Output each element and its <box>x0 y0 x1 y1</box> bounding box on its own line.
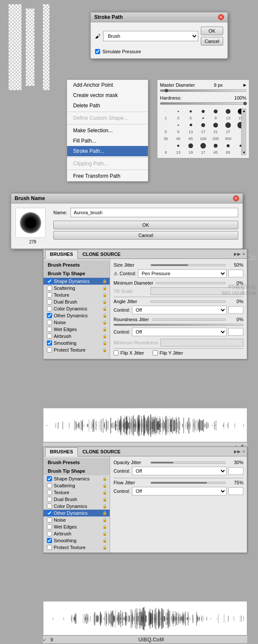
roundness-jitter-slider[interactable] <box>152 319 226 321</box>
brush-presets-header-2[interactable]: Brush Presets <box>43 458 110 467</box>
name-input[interactable] <box>71 208 238 217</box>
airbrush-item[interactable]: Airbrush 🔒 <box>43 333 110 340</box>
dual-brush-cb[interactable] <box>47 299 52 304</box>
menu-create-vector[interactable]: Create vector mask <box>67 90 148 100</box>
shape-dynamics-cb[interactable] <box>47 279 52 284</box>
dot-b1[interactable] <box>172 143 184 149</box>
bottom-icon-4[interactable]: 🗑 <box>50 637 54 642</box>
other-dynamics-item-2[interactable]: Other Dynamics 🔒 <box>43 510 110 516</box>
other-dynamics-cb[interactable] <box>47 313 52 318</box>
protect-texture-item-2[interactable]: Protect Texture 🔒 <box>43 544 110 551</box>
smoothing-cb-2[interactable] <box>47 538 52 543</box>
color-dynamics-cb[interactable] <box>47 306 52 311</box>
texture-item[interactable]: Texture 🔒 <box>43 292 110 298</box>
panel-menu-icon[interactable]: ≡ <box>243 252 245 256</box>
dot-r3[interactable] <box>185 122 197 128</box>
dot-r4[interactable] <box>197 122 209 128</box>
color-dynamics-cb-2[interactable] <box>47 504 52 509</box>
dot-b4[interactable] <box>210 143 221 149</box>
other-dynamics-cb-2[interactable] <box>47 510 52 516</box>
menu-add-anchor[interactable]: Add Anchor Point <box>67 80 148 90</box>
brush-name-close-button[interactable]: ✕ <box>233 195 239 201</box>
protect-texture-cb[interactable] <box>47 347 52 352</box>
panel-menu-icon-2[interactable]: ≡ <box>243 449 245 454</box>
smoothing-cb[interactable] <box>47 340 52 346</box>
dot-r2[interactable] <box>172 122 184 128</box>
brush-presets-header-1[interactable]: Brush Presets <box>43 261 110 269</box>
texture-cb[interactable] <box>47 292 52 298</box>
dot-r6[interactable] <box>222 122 234 128</box>
wet-edges-cb-2[interactable] <box>47 524 52 529</box>
tab-brushes-2[interactable]: BRUSHES <box>45 447 78 456</box>
dot-b5[interactable] <box>222 143 234 149</box>
scattering-item-2[interactable]: Scattering 🔒 <box>43 482 110 489</box>
noise-cb-2[interactable] <box>47 517 52 522</box>
dot-b3[interactable] <box>197 143 209 149</box>
dot-5[interactable] <box>197 108 209 114</box>
color-dynamics-item-2[interactable]: Color Dynamics 🔒 <box>43 503 110 510</box>
menu-make-selection[interactable]: Make Selection... <box>67 125 148 136</box>
brush-name-cancel-button[interactable]: Cancel <box>53 231 238 240</box>
smoothing-item[interactable]: Smoothing 🔒 <box>43 340 110 346</box>
protect-texture-cb-2[interactable] <box>47 545 52 550</box>
roundness-control-select[interactable]: Off <box>132 328 227 336</box>
brush-tip-shape-header[interactable]: Brush Tip Shape <box>43 269 110 278</box>
flow-control-select[interactable]: Off <box>132 487 227 495</box>
ok-button[interactable]: OK <box>201 27 223 35</box>
dual-brush-item-2[interactable]: Dual Brush 🔒 <box>43 496 110 503</box>
close-button[interactable]: ✕ <box>218 14 224 20</box>
panel-forward-icon[interactable]: ▶▶ <box>234 252 241 256</box>
simulate-pressure-checkbox[interactable] <box>95 49 100 54</box>
dot-3[interactable] <box>185 108 197 114</box>
menu-free-transform[interactable]: Free Transform Path <box>67 171 148 181</box>
scroll-up[interactable]: ▲ <box>243 109 246 113</box>
size-jitter-slider[interactable] <box>150 264 226 266</box>
flow-jitter-slider[interactable] <box>150 482 226 484</box>
dot-1[interactable] <box>172 108 184 114</box>
roundness-slider-track[interactable] <box>114 324 243 326</box>
wet-edges-item-2[interactable]: Wet Edges 🔒 <box>43 523 110 530</box>
scroll-down[interactable]: ▼ <box>243 151 246 155</box>
bottom-icon-3[interactable]: ↙ <box>43 637 46 642</box>
hardness-slider[interactable] <box>160 102 246 105</box>
tab-clone-source-1[interactable]: CLONE SOURCE <box>78 249 126 258</box>
cancel-button[interactable]: Cancel <box>201 37 223 46</box>
brush-tip-shape-header-2[interactable]: Brush Tip Shape <box>43 467 110 475</box>
airbrush-item-2[interactable]: Airbrush 🔒 <box>43 530 110 537</box>
angle-control-select[interactable]: Off <box>132 306 227 314</box>
tab-clone-source-2[interactable]: CLONE SOURCE <box>78 447 126 456</box>
noise-item[interactable]: Noise 🔒 <box>43 319 110 326</box>
menu-fill-path[interactable]: Fill Path... <box>67 136 148 146</box>
menu-delete-path[interactable]: Delete Path <box>67 100 148 111</box>
airbrush-cb-2[interactable] <box>47 531 52 536</box>
opacity-jitter-slider[interactable] <box>150 462 226 464</box>
noise-cb[interactable] <box>47 320 52 325</box>
scroll-bar[interactable]: ▲ ▼ <box>241 108 246 155</box>
brush-name-ok-button[interactable]: OK <box>53 221 238 229</box>
dot-13[interactable] <box>222 108 234 114</box>
dot-r5[interactable] <box>210 122 221 128</box>
dot-b2[interactable] <box>185 143 197 149</box>
wet-edges-item[interactable]: Wet Edges 🔒 <box>43 326 110 333</box>
scattering-item[interactable]: Scattering 🔒 <box>43 285 110 292</box>
dual-brush-cb-2[interactable] <box>47 497 52 502</box>
panel-forward-icon-2[interactable]: ▶▶ <box>234 449 241 454</box>
angle-jitter-slider[interactable] <box>150 301 226 303</box>
tool-select[interactable]: Brush <box>103 31 198 41</box>
scattering-cb-2[interactable] <box>47 483 52 488</box>
texture-item-2[interactable]: Texture 🔒 <box>43 489 110 496</box>
dual-brush-item[interactable]: Dual Brush 🔒 <box>43 298 110 305</box>
tab-brushes-1[interactable]: BRUSHES <box>45 250 78 259</box>
menu-stroke-path[interactable]: Stroke Path... <box>67 146 148 156</box>
dot-9[interactable] <box>210 108 221 114</box>
flip-x-checkbox[interactable] <box>114 350 119 355</box>
noise-item-2[interactable]: Noise 🔒 <box>43 516 110 523</box>
scattering-cb[interactable] <box>47 286 52 291</box>
shape-dynamics-item-2[interactable]: Shape Dynamics 🔒 <box>43 475 110 482</box>
shape-dynamics-item[interactable]: Shape Dynamics 🔒 <box>43 278 110 285</box>
other-dynamics-item[interactable]: Other Dynamics 🔒 <box>43 312 110 319</box>
flip-y-checkbox[interactable] <box>153 350 158 355</box>
airbrush-cb[interactable] <box>47 334 52 339</box>
min-diameter-slider[interactable] <box>156 282 226 284</box>
color-dynamics-item[interactable]: Color Dynamics 🔒 <box>43 305 110 312</box>
